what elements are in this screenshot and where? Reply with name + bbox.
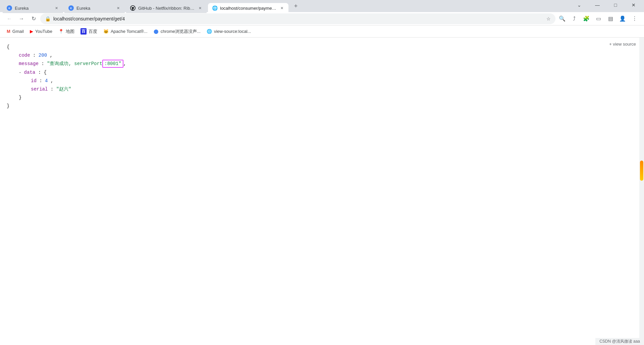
nav-icons: 🔍 ⤴ 🧩 ▭ ▤ 👤 ⋮ [557,13,640,24]
bookmark-tomcat-label: Apache Tomcat®... [111,29,148,34]
scrollbar[interactable] [639,38,644,345]
back-button[interactable]: ← [4,13,15,24]
json-close-brace: } [7,102,637,110]
bookmark-youtube[interactable]: ▶ YouTube [27,27,55,35]
tab-1-favicon: E [7,5,12,11]
star-icon[interactable]: ☆ [546,16,551,21]
json-message-comma: , [123,61,126,66]
json-code-value: 200 [39,53,47,58]
profile-icon-button[interactable]: 👤 [617,13,628,24]
bookmark-youtube-label: YouTube [35,29,52,34]
bookmark-baidu[interactable]: 百 百度 [78,27,100,36]
json-serial-key: serial [31,87,48,92]
tab-1[interactable]: E Eureka ✕ [3,3,63,13]
tab-2-favicon: E [68,5,74,11]
scrollbar-thumb[interactable] [640,161,643,181]
bookmarks-bar: M Gmail ▶ YouTube 📍 地图 百 百度 🐱 Apache Tom… [0,25,644,38]
new-tab-button[interactable]: + [291,1,301,11]
json-message-highlight: :8001" [102,60,123,68]
bookmark-chrome-settings-label: chrome浏览器没声... [161,28,201,35]
json-code-colon: : [33,53,39,58]
json-serial-value: "赵六" [56,87,71,92]
json-data-colon: : [38,70,44,75]
json-data-key: data [24,70,36,75]
tab-3-title: GitHub - Netflix/ribbon: Ribb... [138,6,195,11]
forward-button[interactable]: → [16,13,27,24]
tab-3-close[interactable]: ✕ [197,5,203,11]
window-controls: ⌄ — □ ✕ [572,0,641,11]
json-data-line: - data : { [7,68,637,77]
bookmark-viewsource[interactable]: 🌐 view-source:local... [204,27,254,35]
json-id-comma: , [51,78,53,83]
json-code-line: code : 200 , [7,51,637,60]
json-id-key: id [31,78,37,83]
json-open-brace: { [7,43,637,51]
bookmark-maps-label: 地图 [66,28,74,35]
share-icon-button[interactable]: ⤴ [569,13,580,24]
tab-search-button[interactable]: ⌄ [572,0,587,11]
status-text: CSDN @清风微读 aaa [599,339,640,344]
maximize-button[interactable]: □ [608,0,623,11]
json-id-value: 4 [45,78,48,83]
tab-3-favicon [130,5,136,11]
json-message-key: message [19,61,39,66]
address-bar[interactable]: 🔒 localhost/consumer/payment/get/4 ☆ [40,13,555,24]
tab-4-favicon: 🌐 [212,5,217,11]
view-source-label: + view source [609,42,636,47]
refresh-button[interactable]: ↻ [28,13,39,24]
tab-4-title: localhost/consumer/payment/... [220,6,276,11]
viewsource-icon: 🌐 [207,29,212,34]
cast-icon-button[interactable]: ▭ [593,13,604,24]
tab-2[interactable]: E Eureka ✕ [64,3,125,13]
bookmark-maps[interactable]: 📍 地图 [56,27,77,36]
json-message-value-before: "查询成功, serverPort [47,61,102,66]
tab-1-close[interactable]: ✕ [54,5,59,11]
gmail-icon: M [7,29,10,34]
menu-icon-button[interactable]: ⋮ [629,13,640,24]
search-icon-button[interactable]: 🔍 [557,13,568,24]
view-source-button[interactable]: + view source [606,40,639,48]
bookmark-chrome-settings[interactable]: ⬤ chrome浏览器没声... [151,27,203,36]
close-button[interactable]: ✕ [626,0,641,11]
tab-2-close[interactable]: ✕ [115,5,121,11]
collapse-icon[interactable]: - [19,70,24,75]
json-data-close-line: } [7,94,637,102]
tab-4-close[interactable]: ✕ [279,5,284,11]
tab-1-title: Eureka [15,6,51,11]
bookmark-tomcat[interactable]: 🐱 Apache Tomcat®... [101,27,150,35]
json-content: { code : 200 , message : "查询成功, serverPo… [0,38,644,116]
minimize-button[interactable]: — [590,0,605,11]
json-code-comma: , [50,53,52,58]
json-id-colon: : [39,78,45,83]
tomcat-icon: 🐱 [103,29,109,34]
main-content: + view source { code : 200 , message : "… [0,38,644,345]
bookmark-baidu-label: 百度 [89,28,97,35]
title-bar: E Eureka ✕ E Eureka ✕ GitHub - Netflix/r… [0,0,644,12]
tab-2-title: Eureka [76,6,113,11]
json-code-key: code [19,53,30,58]
tab-3[interactable]: GitHub - Netflix/ribbon: Ribb... ✕ [126,3,207,13]
chrome-icon: ⬤ [154,29,159,34]
json-id-line: id : 4 , [7,77,637,85]
json-message-colon: : [41,61,47,66]
bookmark-gmail[interactable]: M Gmail [4,27,26,35]
json-serial-line: serial : "赵六" [7,85,637,94]
lock-icon: 🔒 [45,16,51,21]
youtube-icon: ▶ [30,29,33,34]
navigation-bar: ← → ↻ 🔒 localhost/consumer/payment/get/4… [0,12,644,25]
sidebar-icon-button[interactable]: ▤ [605,13,616,24]
json-data-close: } [19,95,21,100]
json-message-line: message : "查询成功, serverPort:8001", [7,60,637,68]
extensions-icon-button[interactable]: 🧩 [581,13,592,24]
tab-4[interactable]: 🌐 localhost/consumer/payment/... ✕ [208,3,288,13]
baidu-icon: 百 [80,28,87,35]
json-serial-colon: : [51,87,56,92]
json-data-open: { [44,70,46,75]
url-text: localhost/consumer/payment/get/4 [53,16,544,21]
bookmark-viewsource-label: view-source:local... [214,29,251,34]
maps-icon: 📍 [58,29,64,34]
bookmark-gmail-label: Gmail [12,29,24,34]
status-bar: CSDN @清风微读 aaa [595,338,644,345]
